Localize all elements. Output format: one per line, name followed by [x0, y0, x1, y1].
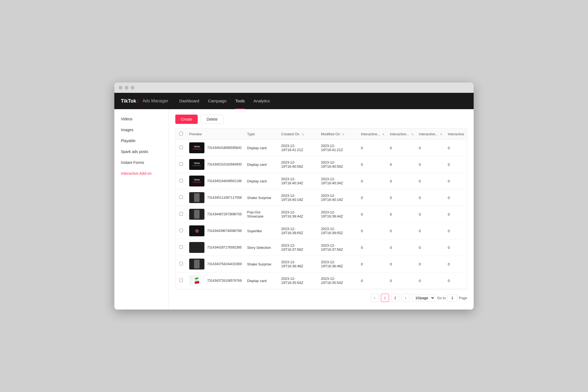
sort-icon-i3: ⇅ — [440, 133, 442, 136]
row-checkbox[interactable] — [179, 262, 183, 265]
prev-page-button[interactable]: ‹ — [370, 294, 379, 302]
nav-campaign[interactable]: Campaign — [208, 93, 226, 109]
row-checkbox[interactable] — [179, 195, 183, 199]
table-row: TikTokfor Business 7314345164049501186 D… — [176, 173, 467, 189]
row-i2: 0 — [387, 256, 416, 272]
preview-col: 7314344287176592385 — [189, 242, 242, 253]
row-preview-cell: TikTokfor Business 7314345310162684930 — [186, 156, 244, 173]
row-i1: 0 — [358, 173, 387, 189]
row-i1: 0 — [358, 156, 387, 173]
row-preview-cell: 7314345111667117058 — [186, 189, 244, 206]
row-checkbox[interactable] — [179, 212, 183, 216]
row-i1: 0 — [358, 223, 387, 239]
table-header-row: Preview Type Created On ⇅ Modified On — [176, 128, 467, 140]
main-window: TikTok: Ads Manager Dashboard Campaign T… — [114, 82, 474, 310]
row-checkbox[interactable] — [179, 229, 183, 232]
row-i3: 0 — [416, 156, 445, 173]
row-checkbox-cell — [176, 173, 186, 189]
col-interactive1[interactable]: Interactive... ⇅ — [358, 128, 387, 140]
toolbar: Create Delete — [175, 115, 467, 124]
row-type: Pop-Out Showcase — [244, 206, 278, 223]
row-checkbox[interactable] — [179, 179, 183, 182]
row-checkbox[interactable] — [179, 146, 183, 149]
row-modified: 2023-12-19T16:36:48Z — [318, 256, 358, 272]
col-modified-on[interactable]: Modified On ⇅ — [318, 128, 358, 140]
nav-links: Dashboard Campaign Tools Analytics — [179, 93, 467, 109]
row-checkbox-cell — [176, 239, 186, 256]
delete-button[interactable]: Delete — [201, 115, 223, 124]
row-i4: 0 — [445, 156, 467, 173]
row-created: 2023-12-19T16:40:56Z — [278, 156, 318, 173]
row-type: Display card — [244, 156, 278, 173]
sidebar-item-videos[interactable]: Videos — [114, 114, 169, 124]
logo-colon: : — [137, 98, 139, 104]
col-interactive2[interactable]: Interactive... ⇅ — [387, 128, 416, 140]
sidebar-item-spark-ads[interactable]: Spark ads posts — [114, 146, 169, 157]
table-row: TikTokfor Business 7314345418690595842 D… — [176, 140, 467, 156]
page-2-button[interactable]: 2 — [391, 294, 399, 302]
row-id: 7314344872973896705 — [207, 212, 242, 216]
traffic-light-max[interactable] — [131, 86, 134, 90]
sidebar-item-images[interactable]: Images — [114, 124, 169, 135]
row-checkbox[interactable] — [179, 245, 183, 249]
col-created-on[interactable]: Created On ⇅ — [278, 128, 318, 140]
per-page-select[interactable]: 10/page 20/page 50/page — [412, 294, 435, 302]
nav-analytics[interactable]: Analytics — [253, 93, 270, 109]
row-type: Shake Surprise — [244, 189, 278, 206]
row-id: 7314345310162684930 — [207, 163, 242, 166]
row-checkbox-cell — [176, 140, 186, 156]
table-row: TikTokfor Business 7314345310162684930 D… — [176, 156, 467, 173]
row-i4: 0 — [445, 140, 467, 156]
page-label: Page — [459, 296, 467, 300]
col-preview: Preview — [186, 128, 244, 140]
row-i2: 0 — [387, 272, 416, 289]
row-preview-cell: 7314344872973896705 — [186, 206, 244, 223]
sidebar-item-playable[interactable]: Playable — [114, 135, 169, 146]
row-i4: 0 — [445, 223, 467, 239]
row-checkbox-cell — [176, 256, 186, 272]
title-bar — [114, 82, 474, 93]
row-i3: 0 — [416, 239, 445, 256]
table-row: 7314343754244410369 Shake Surprise 2023-… — [176, 256, 467, 272]
table-row: 7314345111667117058 Shake Surprise 2023-… — [176, 189, 467, 206]
row-created: 2023-12-19T16:36:48Z — [278, 256, 318, 272]
row-preview-cell: TikTokfor Business 7314345164049501186 — [186, 173, 244, 189]
row-modified: 2023-12-19T16:35:54Z — [318, 272, 358, 289]
row-checkbox[interactable] — [179, 162, 183, 166]
preview-col: ✿ 7314344396740086786 — [189, 225, 242, 236]
traffic-light-min[interactable] — [125, 86, 128, 90]
row-id: 7314344287176592385 — [207, 246, 242, 249]
page-1-button[interactable]: 1 — [381, 294, 389, 302]
row-preview-cell: 7314344287176592385 — [186, 239, 244, 256]
row-i2: 0 — [387, 156, 416, 173]
traffic-light-close[interactable] — [119, 86, 122, 90]
row-preview-cell: 🍒 7314343726108576769 — [186, 272, 244, 289]
goto-input[interactable] — [448, 294, 457, 302]
next-page-button[interactable]: › — [402, 294, 410, 302]
row-i3: 0 — [416, 140, 445, 156]
row-i4: 0 — [445, 206, 467, 223]
row-checkbox[interactable] — [179, 278, 183, 282]
row-modified: 2023-12-19T16:40:34Z — [318, 173, 358, 189]
select-all-checkbox[interactable] — [179, 132, 183, 135]
col-interactive3[interactable]: Interactive... ⇅ — [416, 128, 445, 140]
row-i4: 0 — [445, 173, 467, 189]
sidebar-item-instant-forms[interactable]: Instant Forms — [114, 157, 169, 168]
nav-tools[interactable]: Tools — [235, 93, 245, 109]
row-type: Shake Surprise — [244, 256, 278, 272]
table-row: 7314344287176592385 Story Selection 2023… — [176, 239, 467, 256]
row-i2: 0 — [387, 206, 416, 223]
row-modified: 2023-12-19T16:39:44Z — [318, 206, 358, 223]
row-i4: 0 — [445, 189, 467, 206]
preview-col: 7314343754244410369 — [189, 259, 242, 270]
create-button[interactable]: Create — [175, 115, 198, 124]
row-i2: 0 — [387, 239, 416, 256]
row-modified: 2023-12-19T16:40:19Z — [318, 189, 358, 206]
sidebar-item-interactive-addon[interactable]: Interactive Add-on — [114, 168, 169, 179]
nav-dashboard[interactable]: Dashboard — [179, 93, 199, 109]
row-i3: 0 — [416, 223, 445, 239]
preview-col: TikTokfor Business 7314345418690595842 — [189, 142, 242, 153]
preview-col: TikTokfor Business 7314345164049501186 — [189, 176, 242, 186]
row-preview-cell: TikTokfor Business 7314345418690595842 — [186, 140, 244, 156]
row-i4: 0 — [445, 272, 467, 289]
